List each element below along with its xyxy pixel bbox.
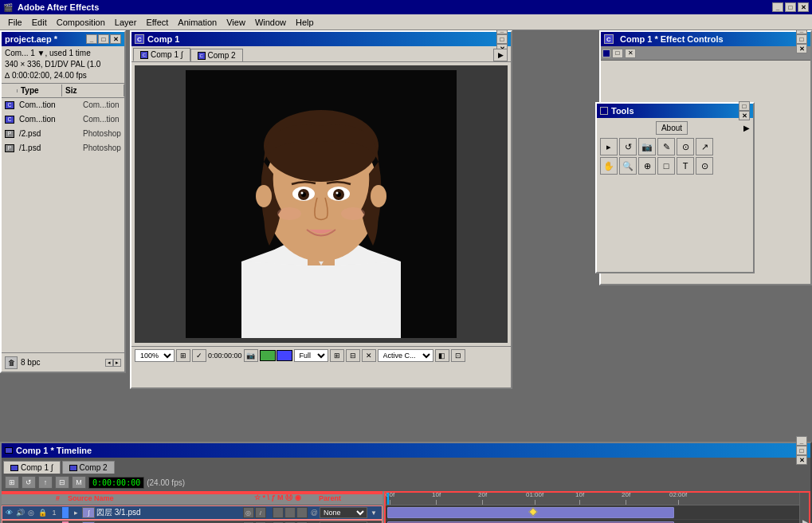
tab-timeline-comp1[interactable]: Comp 1 ∫	[3, 461, 61, 474]
tool-rotate[interactable]: ↺	[619, 138, 637, 155]
timeline-win-buttons[interactable]: _ □ ✕	[796, 436, 807, 465]
tool-camera1[interactable]: 📷	[638, 138, 656, 155]
view-select[interactable]: Active C...	[378, 349, 433, 362]
mode-switch-btn[interactable]	[273, 507, 284, 518]
col-size-header[interactable]: Siz	[62, 85, 124, 96]
tool-hand[interactable]: ✋	[600, 157, 618, 175]
tl-scroll-right[interactable]: ▶	[799, 491, 810, 523]
tool-select[interactable]: ▸	[600, 138, 618, 155]
tl-ctrl-btn4[interactable]: ⊟	[55, 476, 69, 489]
effect-maximize[interactable]: □	[796, 34, 807, 44]
timeline-minimize[interactable]: _	[796, 436, 807, 446]
menu-view[interactable]: View	[222, 16, 250, 29]
tab-timeline-comp2[interactable]: Comp 2	[62, 461, 115, 474]
project-maximize[interactable]: □	[98, 34, 109, 44]
tool-zoom[interactable]: 🔍	[619, 157, 637, 175]
col-type-header[interactable]: Type	[18, 85, 62, 96]
blue-channel[interactable]	[277, 350, 292, 361]
minimize-button[interactable]: _	[772, 2, 783, 12]
comp-viewport[interactable]	[135, 65, 508, 343]
svg-point-18	[341, 207, 365, 220]
comp-tab-arrow[interactable]: ▶	[493, 49, 508, 61]
app-window-buttons[interactable]: _ □ ✕	[772, 2, 809, 12]
tab-comp1[interactable]: C Comp 1 ∫	[133, 48, 190, 61]
tool-crosshair[interactable]: ⊕	[638, 157, 656, 175]
maximize-button[interactable]: □	[785, 2, 796, 12]
tools-inner-restore[interactable]: □	[739, 101, 750, 111]
green-channel[interactable]	[260, 350, 276, 361]
parent-dropdown[interactable]: ▼	[369, 508, 379, 517]
tool-pen[interactable]: ✎	[657, 138, 675, 155]
view-btn2[interactable]: ⊟	[346, 349, 360, 362]
view-btn3[interactable]: ✕	[362, 349, 376, 362]
timeline-layer-row[interactable]: 👁 🔊 ◎ 🔒 2 ▸ ∫ 図层 1/2.psd ◎ /	[2, 520, 382, 523]
menu-file[interactable]: File	[3, 16, 27, 29]
view-lock[interactable]: ◧	[435, 349, 449, 362]
project-win-buttons[interactable]: _ □ ✕	[86, 34, 121, 44]
tl-solo-btn[interactable]: ◎	[26, 508, 36, 517]
tl-playhead[interactable]	[387, 491, 389, 505]
effect-close[interactable]: ✕	[796, 44, 807, 53]
camera-button[interactable]: 📷	[244, 349, 258, 362]
tools-win-buttons[interactable]: □ ✕	[739, 101, 750, 120]
view-expand[interactable]: ⊡	[451, 349, 465, 362]
close-button[interactable]: ✕	[798, 2, 809, 12]
effect-inner-restore[interactable]: □	[612, 49, 623, 58]
tl-eye-btn[interactable]: 👁	[4, 508, 14, 517]
menu-help[interactable]: Help	[291, 16, 319, 29]
menu-edit[interactable]: Edit	[27, 16, 52, 29]
timeline-track-2[interactable]	[384, 520, 810, 523]
tl-ctrl-btn2[interactable]: ↺	[22, 476, 36, 489]
trash-icon[interactable]: 🗑	[5, 356, 18, 369]
about-button[interactable]: About	[656, 121, 688, 135]
effect-inner-close[interactable]: ✕	[625, 49, 636, 58]
view-btn1[interactable]: ⊞	[330, 349, 344, 362]
timeline-maximize[interactable]: □	[796, 446, 807, 455]
scroll-left[interactable]: ◂	[105, 359, 113, 367]
tool-paint[interactable]: ⊙	[696, 157, 713, 175]
tl-ctrl-btn1[interactable]: ⊞	[5, 476, 19, 489]
tl-ctrl-btn5[interactable]: M	[72, 476, 86, 489]
mode-switch-btn[interactable]	[284, 507, 296, 518]
row-type: Photoshop	[81, 144, 123, 152]
project-close[interactable]: ✕	[110, 34, 121, 44]
timeline-track-1[interactable]	[384, 505, 810, 520]
menu-composition[interactable]: Composition	[52, 16, 110, 29]
timeline-layer-row[interactable]: 👁 🔊 ◎ 🔒 1 ▸ ∫ 図层 3/1.psd ◎ /	[2, 505, 382, 520]
tool-text[interactable]: T	[677, 157, 694, 175]
snap-button[interactable]: ⊞	[176, 349, 190, 362]
list-item[interactable]: P /2.psd Photoshop	[2, 127, 124, 141]
menu-window[interactable]: Window	[250, 16, 291, 29]
list-item[interactable]: P /1.psd Photoshop	[2, 141, 124, 155]
switch-btn[interactable]: ◎	[243, 507, 254, 518]
tool-stamp[interactable]: ⊙	[677, 138, 694, 155]
mode-switch-btn[interactable]	[296, 507, 308, 518]
project-info-line3: ∆ 0:00:02:00, 24.00 fps	[5, 70, 121, 81]
project-minimize[interactable]: _	[86, 34, 97, 44]
list-item[interactable]: C Com...tion Com...tion	[2, 98, 124, 112]
layer-name: 図层 3/1.psd	[96, 507, 241, 518]
quality-select[interactable]: Full Half	[294, 349, 328, 362]
menu-layer[interactable]: Layer	[110, 16, 142, 29]
comp-maximize[interactable]: □	[496, 34, 508, 44]
timeline-close[interactable]: ✕	[796, 455, 807, 465]
switch-btn[interactable]: /	[255, 507, 266, 518]
check-button[interactable]: ✓	[192, 349, 206, 362]
expand-btn[interactable]: ▸	[71, 508, 80, 517]
parent-select[interactable]: None	[320, 507, 367, 518]
tl-audio-btn[interactable]: 🔊	[15, 508, 25, 517]
tl-tab1-label: Comp 1 ∫	[21, 463, 53, 472]
tool-rect[interactable]: □	[657, 157, 675, 175]
tools-close[interactable]: ✕	[739, 111, 750, 120]
menu-effect[interactable]: Effect	[141, 16, 173, 29]
zoom-select[interactable]: 100% 50% 200%	[135, 349, 175, 362]
tab-comp2[interactable]: C Comp 2	[190, 49, 243, 61]
scroll-right[interactable]: ▸	[113, 359, 121, 367]
app-title: Adobe After Effects	[18, 2, 772, 12]
list-item[interactable]: C Com...tion Com...tion	[2, 112, 124, 127]
tl-lock-btn[interactable]: 🔒	[37, 508, 47, 517]
menu-animation[interactable]: Animation	[173, 16, 222, 29]
tl-ctrl-btn3[interactable]: ↑	[38, 476, 53, 489]
project-title-bar: project.aep * _ □ ✕	[2, 32, 124, 46]
tool-arrow[interactable]: ↗	[696, 138, 713, 155]
